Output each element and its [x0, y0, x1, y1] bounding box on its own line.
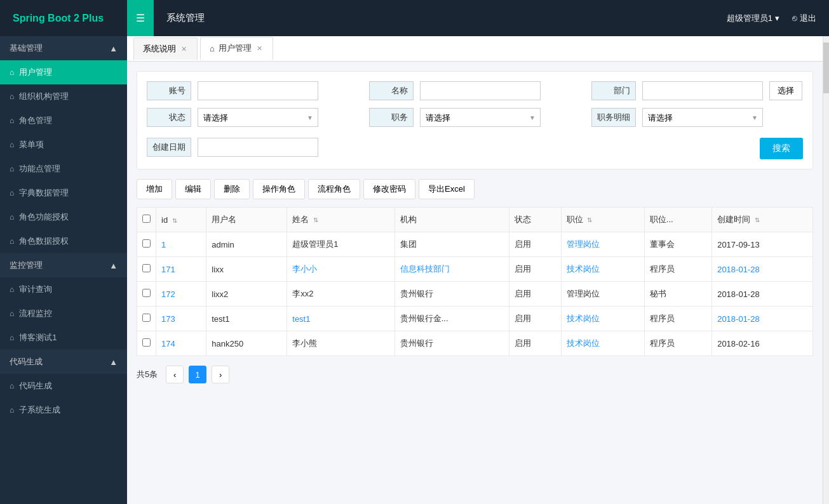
cell-id[interactable]: 172: [156, 282, 206, 307]
cell-created[interactable]: 2018-01-28: [712, 307, 813, 331]
th-org[interactable]: 机构: [394, 208, 509, 232]
row-checkbox[interactable]: [142, 289, 151, 297]
th-position[interactable]: 职位 ⇅: [561, 208, 644, 232]
cell-name: 李xx2: [287, 282, 394, 307]
sidebar-item-label: 功能点管理: [19, 163, 60, 175]
sidebar-section-monitor[interactable]: 监控管理 ▲: [0, 253, 127, 277]
sidebar-section-label: 监控管理: [10, 260, 43, 271]
cell-name: 李小熊: [287, 331, 394, 356]
app-brand: Spring Boot 2 Plus: [0, 13, 127, 24]
home-icon: ⌂: [10, 285, 14, 294]
page-1-button[interactable]: 1: [189, 366, 206, 383]
th-name[interactable]: 姓名 ⇅: [287, 208, 394, 232]
name-label: 名称: [369, 81, 414, 100]
home-icon: ⌂: [10, 406, 14, 414]
cell-username: lixx2: [206, 282, 287, 307]
sidebar-item-role-data-auth[interactable]: ⌂ 角色数据授权: [0, 229, 127, 253]
sidebar-section-codegen[interactable]: 代码生成 ▲: [0, 350, 127, 374]
home-icon: ⌂: [10, 116, 14, 125]
cell-id[interactable]: 1: [156, 232, 206, 257]
tab-close-icon[interactable]: ✕: [255, 44, 264, 53]
export-excel-button[interactable]: 导出Excel: [419, 179, 475, 199]
name-input[interactable]: [420, 81, 541, 100]
delete-button[interactable]: 删除: [214, 179, 250, 199]
user-name: 超级管理员1: [727, 13, 772, 24]
sidebar-item-role-mgmt[interactable]: ⌂ 角色管理: [0, 109, 127, 133]
cell-id[interactable]: 173: [156, 307, 206, 331]
data-table: id ⇅ 用户名 姓名 ⇅ 机构 状态 职位 ⇅ 职位... 创建时间 ⇅ 1: [137, 207, 813, 356]
cell-position-detail: 董事会: [644, 232, 711, 257]
sidebar-item-subsystem-gen[interactable]: ⌂ 子系统生成: [0, 398, 127, 422]
tab-label: 用户管理: [219, 43, 252, 54]
collapse-icon: ▲: [109, 357, 118, 367]
account-input[interactable]: [198, 81, 318, 100]
tab-user-mgmt[interactable]: ⌂ 用户管理 ✕: [200, 37, 273, 60]
row-checkbox[interactable]: [142, 314, 151, 322]
logout-label: 退出: [800, 13, 816, 24]
scrollbar-thumb: [823, 43, 829, 93]
filter-row-1: 账号 名称 部门 选择: [147, 81, 803, 100]
search-button[interactable]: 搜索: [760, 138, 803, 159]
th-position-detail[interactable]: 职位...: [644, 208, 711, 232]
sidebar-item-role-func-auth[interactable]: ⌂ 角色功能授权: [0, 205, 127, 229]
cell-position[interactable]: 技术岗位: [561, 331, 644, 356]
table-row: 171 lixx 李小小 信息科技部门 启用 技术岗位 程序员 2018-01-…: [137, 257, 813, 282]
cell-username: lixx: [206, 257, 287, 282]
sidebar-item-codegen[interactable]: ⌂ 代码生成: [0, 374, 127, 398]
tab-label: 系统说明: [143, 43, 176, 55]
job-detail-select[interactable]: 请选择: [642, 108, 763, 127]
cell-name[interactable]: test1: [287, 307, 394, 331]
cell-position[interactable]: 管理岗位: [561, 232, 644, 257]
home-icon: ⌂: [10, 189, 14, 197]
cell-position[interactable]: 技术岗位: [561, 307, 644, 331]
sidebar-item-process-monitor[interactable]: ⌂ 流程监控: [0, 302, 127, 326]
row-checkbox[interactable]: [142, 264, 151, 272]
sidebar-item-dict-mgmt[interactable]: ⌂ 字典数据管理: [0, 181, 127, 205]
cell-position-detail: 程序员: [644, 257, 711, 282]
logout-button[interactable]: ⎋ 退出: [792, 13, 816, 24]
create-date-input[interactable]: [198, 138, 318, 157]
op-role-button[interactable]: 操作角色: [253, 179, 305, 199]
cell-name[interactable]: 李小小: [287, 257, 394, 282]
dept-select-button[interactable]: 选择: [769, 81, 802, 100]
job-select[interactable]: 请选择: [420, 108, 541, 127]
row-checkbox-cell: [137, 232, 156, 257]
sidebar-item-feature-mgmt[interactable]: ⌂ 功能点管理: [0, 157, 127, 181]
sidebar-item-org-mgmt[interactable]: ⌂ 组织机构管理: [0, 84, 127, 109]
row-checkbox[interactable]: [142, 239, 151, 248]
next-page-button[interactable]: ›: [212, 366, 229, 383]
change-pwd-button[interactable]: 修改密码: [363, 179, 415, 199]
add-button[interactable]: 增加: [137, 179, 172, 199]
flow-role-button[interactable]: 流程角色: [308, 179, 360, 199]
sidebar-item-menu[interactable]: ⌂ 菜单项: [0, 133, 127, 157]
th-created[interactable]: 创建时间 ⇅: [712, 208, 813, 232]
dept-input[interactable]: [642, 81, 763, 100]
home-icon: ⌂: [10, 140, 14, 149]
menu-toggle-button[interactable]: ☰: [127, 0, 154, 36]
edit-button[interactable]: 编辑: [175, 179, 211, 199]
sidebar-item-label: 代码生成: [19, 380, 52, 392]
th-status[interactable]: 状态: [509, 208, 562, 232]
cell-id[interactable]: 174: [156, 331, 206, 356]
cell-id[interactable]: 171: [156, 257, 206, 282]
home-icon: ⌂: [10, 309, 14, 318]
th-username[interactable]: 用户名: [206, 208, 287, 232]
sidebar-section-jichukuanli[interactable]: 基础管理 ▲: [0, 36, 127, 60]
row-checkbox[interactable]: [142, 338, 151, 347]
status-select[interactable]: 请选择: [198, 108, 318, 127]
cell-position[interactable]: 技术岗位: [561, 257, 644, 282]
select-all-checkbox[interactable]: [142, 215, 151, 223]
prev-page-button[interactable]: ‹: [166, 366, 184, 383]
th-id[interactable]: id ⇅: [156, 208, 206, 232]
tab-close-icon[interactable]: ✕: [180, 45, 188, 53]
tab-system-intro[interactable]: 系统说明 ✕: [133, 37, 198, 60]
right-scrollbar[interactable]: [823, 36, 829, 504]
cell-org[interactable]: 信息科技部门: [394, 257, 509, 282]
sidebar-item-user-mgmt[interactable]: ⌂ 用户管理: [0, 60, 127, 84]
cell-created: 2018-02-16: [712, 331, 813, 356]
cell-created[interactable]: 2018-01-28: [712, 257, 813, 282]
sidebar-item-audit[interactable]: ⌂ 审计查询: [0, 277, 127, 302]
user-menu[interactable]: 超级管理员1 ▾: [727, 13, 779, 24]
row-checkbox-cell: [137, 331, 156, 356]
sidebar-item-blog-test[interactable]: ⌂ 博客测试1: [0, 326, 127, 350]
